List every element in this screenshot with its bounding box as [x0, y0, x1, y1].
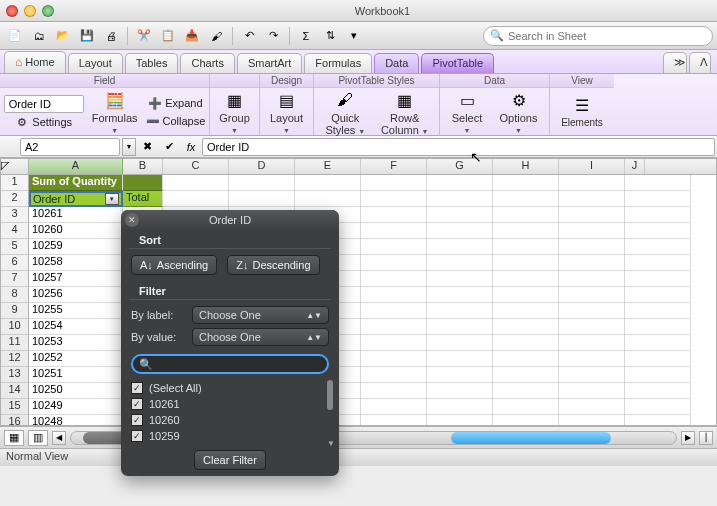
- cell[interactable]: [493, 255, 559, 271]
- accept-formula-icon[interactable]: ✔: [158, 138, 180, 156]
- cell[interactable]: [427, 271, 493, 287]
- cell[interactable]: [361, 223, 427, 239]
- cell[interactable]: 10249: [29, 399, 123, 415]
- cell[interactable]: [625, 303, 691, 319]
- cell[interactable]: [427, 287, 493, 303]
- cell[interactable]: [493, 319, 559, 335]
- open-icon[interactable]: 📂: [52, 25, 74, 47]
- cell[interactable]: 10253: [29, 335, 123, 351]
- cell[interactable]: [163, 191, 229, 207]
- popup-search-input[interactable]: [157, 358, 321, 370]
- cell[interactable]: 10256: [29, 287, 123, 303]
- row-header-16[interactable]: 16: [1, 415, 29, 425]
- normal-view-button[interactable]: ▦: [4, 430, 24, 446]
- cell[interactable]: [559, 175, 625, 191]
- cell[interactable]: [427, 191, 493, 207]
- cell[interactable]: [295, 175, 361, 191]
- cell[interactable]: [427, 351, 493, 367]
- minimize-window-button[interactable]: [24, 5, 36, 17]
- cell[interactable]: [625, 207, 691, 223]
- hscroll-thumb-right[interactable]: [451, 432, 611, 444]
- cell[interactable]: [625, 287, 691, 303]
- autosum-icon[interactable]: Σ: [295, 25, 317, 47]
- col-header-E[interactable]: E: [295, 159, 361, 174]
- cell[interactable]: [559, 335, 625, 351]
- cell[interactable]: [559, 223, 625, 239]
- cell[interactable]: 10254: [29, 319, 123, 335]
- cell[interactable]: [493, 271, 559, 287]
- cell[interactable]: [493, 367, 559, 383]
- fx-icon[interactable]: fx: [180, 138, 202, 156]
- cell[interactable]: 10259: [29, 239, 123, 255]
- filter-icon[interactable]: ▾: [343, 25, 365, 47]
- cancel-formula-icon[interactable]: ✖: [136, 138, 158, 156]
- row-header-11[interactable]: 11: [1, 335, 29, 351]
- cell[interactable]: 10258: [29, 255, 123, 271]
- select-button[interactable]: ▭Select ▼: [446, 88, 488, 136]
- col-header-D[interactable]: D: [229, 159, 295, 174]
- copy-icon[interactable]: 📋: [157, 25, 179, 47]
- cell[interactable]: [625, 335, 691, 351]
- tab-home[interactable]: ⌂ Home: [4, 51, 66, 73]
- template-icon[interactable]: 🗂: [28, 25, 50, 47]
- tab-pivottable[interactable]: PivotTable: [421, 53, 494, 73]
- group-button[interactable]: ▦Group ▼: [216, 88, 253, 136]
- redo-icon[interactable]: ↷: [262, 25, 284, 47]
- row-header-1[interactable]: 1: [1, 175, 29, 191]
- cell[interactable]: [493, 415, 559, 425]
- cell[interactable]: [427, 319, 493, 335]
- page-layout-view-button[interactable]: ▥: [28, 430, 48, 446]
- cell[interactable]: [361, 271, 427, 287]
- field-filter-button[interactable]: ▾: [105, 193, 119, 205]
- row-header-15[interactable]: 15: [1, 399, 29, 415]
- popup-scrollbar[interactable]: ▼: [327, 380, 333, 444]
- row-header-3[interactable]: 3: [1, 207, 29, 223]
- cell[interactable]: [361, 415, 427, 425]
- popup-close-icon[interactable]: ✕: [125, 213, 139, 227]
- undo-icon[interactable]: ↶: [238, 25, 260, 47]
- cell[interactable]: [559, 399, 625, 415]
- cell[interactable]: [427, 335, 493, 351]
- options-button[interactable]: ⚙Options ▼: [494, 88, 543, 136]
- row-header-2[interactable]: 2: [1, 191, 29, 207]
- cell[interactable]: [625, 383, 691, 399]
- row-header-4[interactable]: 4: [1, 223, 29, 239]
- expand-button[interactable]: ➕Expand: [148, 96, 202, 110]
- cell[interactable]: [493, 239, 559, 255]
- cell[interactable]: [559, 303, 625, 319]
- cell[interactable]: [427, 175, 493, 191]
- cell[interactable]: [559, 239, 625, 255]
- cell[interactable]: [427, 255, 493, 271]
- cell[interactable]: [493, 191, 559, 207]
- save-icon[interactable]: 💾: [76, 25, 98, 47]
- cell[interactable]: [361, 319, 427, 335]
- row-header-8[interactable]: 8: [1, 287, 29, 303]
- popup-search[interactable]: 🔍: [131, 354, 329, 374]
- cell[interactable]: [361, 303, 427, 319]
- search-input[interactable]: [508, 30, 706, 42]
- cell[interactable]: [427, 415, 493, 425]
- cell[interactable]: [427, 239, 493, 255]
- row-header-14[interactable]: 14: [1, 383, 29, 399]
- cell[interactable]: [493, 303, 559, 319]
- filter-item[interactable]: ✓(Select All): [131, 380, 329, 396]
- cell[interactable]: [559, 287, 625, 303]
- cell[interactable]: [361, 207, 427, 223]
- cell[interactable]: Sum of Quantity: [29, 175, 123, 191]
- cell[interactable]: [361, 367, 427, 383]
- cell[interactable]: [625, 223, 691, 239]
- cell[interactable]: 10261: [29, 207, 123, 223]
- cell[interactable]: [625, 175, 691, 191]
- cell[interactable]: [625, 319, 691, 335]
- cell[interactable]: [559, 271, 625, 287]
- cell[interactable]: [625, 271, 691, 287]
- cell[interactable]: [163, 175, 229, 191]
- col-header-H[interactable]: H: [493, 159, 559, 174]
- cell[interactable]: Order ID▾: [29, 191, 123, 207]
- tab-charts[interactable]: Charts: [180, 53, 234, 73]
- cell[interactable]: [493, 351, 559, 367]
- cell[interactable]: [361, 239, 427, 255]
- cell[interactable]: [493, 335, 559, 351]
- cell[interactable]: [493, 399, 559, 415]
- col-header-B[interactable]: B: [123, 159, 163, 174]
